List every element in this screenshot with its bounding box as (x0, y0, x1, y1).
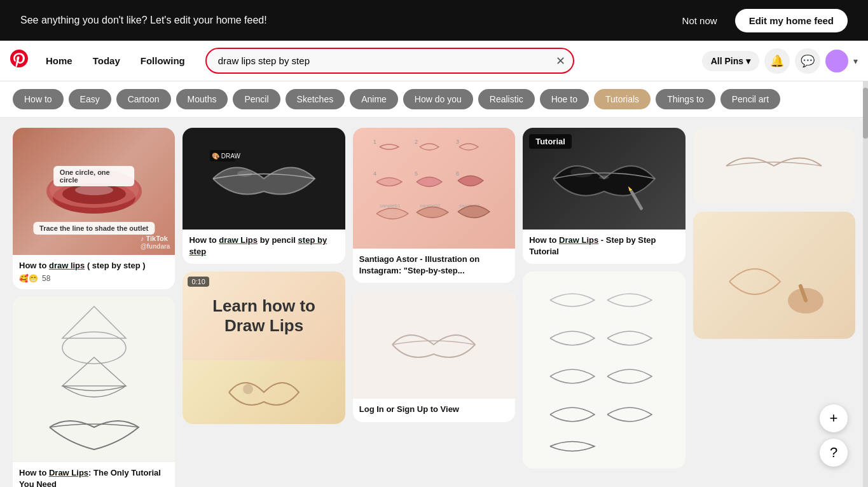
pin-meta: 🥰😁 58 (19, 274, 169, 283)
pin-image: One circle, one circle Trace the line to… (13, 128, 175, 255)
filter-chip[interactable]: Sketches (286, 89, 345, 109)
filter-chip[interactable]: Mouths (176, 89, 228, 109)
pin-title: Santiago Astor - Illustration on Instagr… (359, 254, 509, 277)
svg-point-8 (237, 170, 252, 177)
svg-point-4 (75, 185, 113, 195)
filter-chip[interactable]: Things to (656, 89, 715, 109)
pin-card[interactable]: 1 2 3 4 5 6 sanple01 sanple02 sanple03 (353, 128, 515, 283)
filter-chip[interactable]: Pencil art (720, 89, 780, 109)
pin-title: Log In or Sign Up to View (359, 404, 509, 415)
search-input[interactable] (205, 48, 574, 74)
pin-image (13, 297, 175, 462)
pin-card[interactable]: How to Draw Lips: The Only Tutorial You … (13, 297, 175, 487)
svg-marker-5 (62, 306, 126, 338)
chevron-down-icon: ▾ (746, 56, 750, 66)
pin-image: 1 2 3 4 5 6 sanple01 sanple02 sanple03 (353, 128, 515, 249)
filter-chip[interactable]: Anime (350, 89, 398, 109)
all-pins-label: All Pins (711, 56, 743, 66)
pin-grid: One circle, one circle Trace the line to… (0, 118, 868, 487)
filter-chip[interactable]: Pencil (233, 89, 280, 109)
filter-chip[interactable]: Cartoon (116, 89, 171, 109)
search-clear-icon[interactable]: ✕ (556, 54, 565, 68)
nav-following[interactable]: Following (133, 50, 193, 71)
pin-likes: 🥰😁 (19, 274, 38, 283)
pin-image (523, 271, 685, 469)
svg-point-6 (62, 332, 126, 364)
learn-title: Learn how toDraw Lips (212, 296, 315, 336)
pin-info: How to draw Lips by pencil step by step (183, 230, 345, 264)
pin-card[interactable]: Tutorial How to Draw Lips - Step by Step… (523, 128, 685, 264)
avatar[interactable] (825, 50, 848, 72)
fab-help-button[interactable]: ? (820, 439, 848, 467)
pin-info: How to draw lips ( step by step ) 🥰😁 58 (13, 255, 175, 289)
svg-text:sanple01: sanple01 (380, 203, 401, 209)
account-chevron[interactable]: ▾ (853, 56, 858, 66)
pin-card[interactable]: Learn how toDraw Lips 0:10 (183, 271, 345, 424)
nav-home[interactable]: Home (38, 50, 80, 71)
pin-image (693, 212, 855, 339)
filter-chip[interactable]: Realistic (478, 89, 535, 109)
filter-chip[interactable]: Easy (69, 89, 111, 109)
svg-marker-27 (797, 278, 802, 285)
svg-point-21 (570, 167, 593, 177)
svg-text:4: 4 (373, 170, 376, 177)
bell-icon: 🔔 (770, 54, 784, 68)
scrollbar[interactable] (863, 81, 868, 487)
pin-info: Santiago Astor - Illustration on Instagr… (353, 249, 515, 283)
pin-info: Log In or Sign Up to View (353, 399, 515, 422)
messages-button[interactable]: 💬 (795, 48, 820, 74)
pin-info: How to Draw Lips - Step by Step Tutorial (523, 230, 685, 264)
pinterest-logo[interactable] (10, 50, 28, 72)
nav-right: All Pins ▾ 🔔 💬 ▾ (702, 48, 858, 74)
svg-text:🎨 DRAW: 🎨 DRAW (212, 152, 241, 160)
pin-image (693, 128, 855, 204)
not-now-button[interactable]: Not now (675, 10, 725, 31)
pin-card[interactable]: Log In or Sign Up to View (353, 291, 515, 422)
pin-image-bottom (183, 360, 345, 424)
svg-marker-7 (62, 357, 126, 386)
all-pins-button[interactable]: All Pins ▾ (702, 51, 759, 71)
filter-chip[interactable]: Tutorials (594, 89, 651, 109)
pin-card[interactable] (523, 271, 685, 469)
pin-card[interactable] (693, 128, 855, 204)
chat-icon: 💬 (801, 54, 815, 68)
pin-count: 58 (42, 274, 50, 283)
pin-title: How to Draw Lips: The Only Tutorial You … (19, 467, 169, 487)
navbar: Home Today Following ✕ All Pins ▾ 🔔 💬 ▾ (0, 41, 868, 81)
filter-chip[interactable]: How to (13, 89, 64, 109)
scrollbar-thumb[interactable] (863, 88, 868, 139)
pin-card[interactable]: 🎨 DRAW How to draw Lips by pencil step b… (183, 128, 345, 264)
svg-point-11 (243, 384, 253, 394)
fab-plus-button[interactable]: + (820, 404, 848, 432)
pin-card[interactable] (693, 212, 855, 339)
pin-image: Tutorial (523, 128, 685, 230)
pin-title: How to draw Lips by pencil step by step (189, 235, 338, 257)
svg-text:2: 2 (415, 139, 418, 145)
nav-today[interactable]: Today (85, 50, 128, 71)
filter-row: How toEasyCartoonMouthsPencilSketchesAni… (0, 81, 868, 118)
banner-text: See anything you don't like? Let's edit … (20, 15, 267, 26)
video-duration: 0:10 (188, 277, 209, 287)
svg-text:6: 6 (456, 170, 459, 177)
banner-actions: Not now Edit my home feed (675, 9, 848, 32)
pin-image: 🎨 DRAW (183, 128, 345, 230)
tiktok-watermark: ♪ TikTok@fundara (141, 235, 170, 250)
edit-feed-button[interactable]: Edit my home feed (735, 9, 848, 32)
filter-chip[interactable]: Hoe to (540, 89, 589, 109)
svg-text:1: 1 (373, 139, 376, 145)
tutorial-badge: Tutorial (529, 134, 572, 149)
pin-title: How to Draw Lips - Step by Step Tutorial (529, 235, 679, 257)
svg-text:5: 5 (415, 170, 418, 177)
search-wrapper: ✕ (205, 48, 574, 74)
fab-area: + ? (820, 404, 848, 467)
filter-chip[interactable]: How do you (403, 89, 473, 109)
pin-image (353, 291, 515, 399)
pin-title: How to draw lips ( step by step ) (19, 260, 169, 271)
pin-info: How to Draw Lips: The Only Tutorial You … (13, 462, 175, 487)
home-feed-banner: See anything you don't like? Let's edit … (0, 0, 868, 41)
svg-point-22 (599, 175, 609, 179)
pin-card[interactable]: One circle, one circle Trace the line to… (13, 128, 175, 289)
svg-text:3: 3 (456, 139, 459, 145)
notifications-button[interactable]: 🔔 (764, 48, 790, 74)
